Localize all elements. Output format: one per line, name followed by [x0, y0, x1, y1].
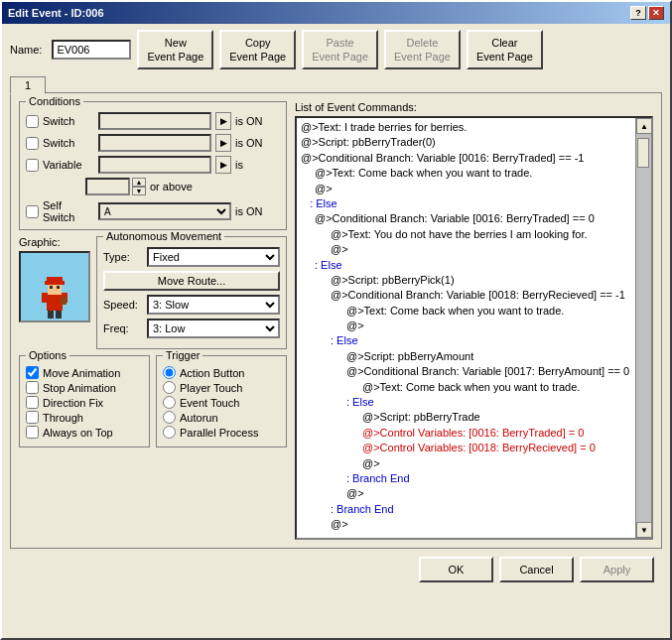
trigger-autorun-radio[interactable]: [163, 411, 176, 424]
freq-select[interactable]: 1: Lowest 2: Lower 3: Low 4: Normal 5: H…: [147, 319, 280, 338]
svg-rect-8: [42, 293, 47, 303]
event-line-9: : Else: [299, 258, 633, 273]
trigger-action-button-row: Action Button: [163, 366, 280, 379]
freq-row: Freq: 1: Lowest 2: Lower 3: Low 4: Norma…: [103, 319, 280, 338]
main-panel: Conditions Switch ▶ is ON: [10, 92, 662, 549]
speed-row: Speed: 1: x8 Slower 2: x4 Slower 3: Slow…: [103, 295, 280, 315]
or-above-up-button[interactable]: ▲: [132, 178, 146, 187]
svg-rect-5: [57, 286, 60, 289]
event-line-5: : Else: [299, 196, 633, 211]
scroll-up-button[interactable]: ▲: [636, 118, 652, 134]
trigger-event-touch-label: Event Touch: [180, 397, 239, 409]
trigger-player-touch-radio[interactable]: [163, 381, 176, 394]
self-switch-select[interactable]: ABCD: [98, 202, 231, 220]
apply-button[interactable]: Apply: [580, 557, 654, 582]
conditions-label: Conditions: [26, 95, 83, 107]
speed-label: Speed:: [103, 299, 143, 311]
through-label: Through: [43, 412, 83, 424]
direction-fix-label: Direction Fix: [43, 397, 103, 409]
new-event-page-button[interactable]: NewEvent Page: [137, 30, 213, 69]
trigger-event-touch-row: Event Touch: [163, 396, 280, 409]
switch1-arrow-button[interactable]: ▶: [215, 112, 231, 130]
trigger-autorun-label: Autorun: [180, 412, 218, 424]
event-line-26: @>: [299, 517, 633, 532]
event-line-19: @>Script: pbBerryTrade: [299, 410, 633, 425]
ok-button[interactable]: OK: [419, 557, 493, 582]
stop-animation-row: Stop Animation: [26, 381, 143, 394]
title-bar: Edit Event - ID:006 ? ✕: [2, 2, 670, 24]
copy-event-page-button[interactable]: CopyEvent Page: [219, 30, 296, 69]
trigger-parallel-process-row: Parallel Process: [163, 426, 280, 439]
autonomous-movement-group: Autonomous Movement Type: Fixed Random A…: [96, 236, 287, 349]
condition-variable-row: Variable ▶ is: [26, 156, 280, 174]
trigger-action-button-radio[interactable]: [163, 366, 176, 379]
graphic-box[interactable]: [19, 251, 90, 322]
graphic-label: Graphic:: [19, 236, 90, 248]
svg-rect-0: [47, 293, 63, 311]
trigger-parallel-process-radio[interactable]: [163, 426, 176, 439]
switch2-status: is ON: [235, 137, 280, 149]
event-line-25: : Branch End: [299, 502, 633, 517]
svg-rect-7: [56, 311, 62, 319]
switch1-checkbox[interactable]: [26, 115, 39, 128]
direction-fix-checkbox[interactable]: [26, 396, 39, 409]
direction-fix-row: Direction Fix: [26, 396, 143, 409]
event-line-14: : Else: [299, 333, 633, 348]
variable-arrow-button[interactable]: ▶: [215, 156, 231, 174]
event-line-13: @>: [299, 319, 633, 333]
trigger-action-button-label: Action Button: [180, 367, 244, 379]
event-line-1: @>Script: pbBerryTrader(0): [299, 135, 633, 150]
speed-select[interactable]: 1: x8 Slower 2: x4 Slower 3: Slow 4: Nor…: [147, 295, 280, 315]
options-list: Move Animation Stop Animation Direction …: [26, 366, 143, 439]
event-line-10: @>Script: pbBerryPick(1): [299, 273, 633, 288]
variable-input[interactable]: [98, 156, 211, 174]
condition-switch1-row: Switch ▶ is ON: [26, 112, 280, 130]
graphic-section: Graphic:: [19, 236, 90, 349]
stop-animation-checkbox[interactable]: [26, 381, 39, 394]
name-label: Name:: [10, 44, 42, 56]
switch1-input[interactable]: [98, 112, 211, 130]
trigger-parallel-process-label: Parallel Process: [180, 427, 258, 439]
switch2-arrow-button[interactable]: ▶: [215, 134, 231, 152]
through-row: Through: [26, 411, 143, 424]
or-above-down-button[interactable]: ▼: [132, 187, 146, 195]
close-button[interactable]: ✕: [648, 6, 664, 20]
event-command-list[interactable]: @>Text: I trade berries for berries. @>S…: [297, 118, 635, 535]
right-panel: List of Event Commands: @>Text: I trade …: [295, 101, 653, 540]
scroll-down-button[interactable]: ▼: [636, 522, 652, 538]
trigger-event-touch-radio[interactable]: [163, 396, 176, 409]
switch2-checkbox[interactable]: [26, 137, 39, 150]
event-line-21: @>Control Variables: [0018: BerryRecieve…: [299, 441, 633, 455]
switch2-label: Switch: [43, 137, 94, 149]
event-line-2: @>Conditional Branch: Variable [0016: Be…: [299, 151, 633, 166]
tab-1[interactable]: 1: [10, 76, 46, 94]
cancel-button[interactable]: Cancel: [499, 557, 574, 582]
delete-event-page-button[interactable]: DeleteEvent Page: [384, 30, 461, 69]
variable-checkbox[interactable]: [26, 159, 39, 172]
svg-rect-4: [50, 286, 53, 289]
paste-event-page-button[interactable]: PasteEvent Page: [302, 30, 378, 69]
or-above-input[interactable]: [85, 178, 130, 195]
window-content: Name: NewEvent Page CopyEvent Page Paste…: [2, 24, 670, 596]
scroll-track: [636, 134, 651, 522]
name-input[interactable]: [52, 40, 131, 60]
event-line-27: : Branch End: [299, 533, 633, 535]
always-on-top-checkbox[interactable]: [26, 426, 39, 439]
trigger-autorun-row: Autorun: [163, 411, 280, 424]
svg-rect-3: [47, 277, 63, 283]
options-group: Options Move Animation Stop Animation: [19, 355, 150, 448]
variable-label: Variable: [43, 159, 94, 171]
help-button[interactable]: ?: [630, 6, 646, 20]
scroll-thumb[interactable]: [637, 138, 649, 168]
event-line-12: @>Text: Come back when you want to trade…: [299, 304, 633, 319]
svg-rect-6: [48, 311, 54, 319]
move-route-button[interactable]: Move Route...: [103, 271, 280, 291]
self-switch-checkbox[interactable]: [26, 205, 39, 218]
switch2-input[interactable]: [98, 134, 211, 152]
freq-label: Freq:: [103, 322, 143, 334]
through-checkbox[interactable]: [26, 411, 39, 424]
type-select[interactable]: Fixed Random Approach Custom: [147, 247, 280, 267]
move-animation-checkbox[interactable]: [26, 366, 39, 379]
window-title: Edit Event - ID:006: [8, 7, 104, 19]
clear-event-page-button[interactable]: ClearEvent Page: [467, 30, 543, 69]
